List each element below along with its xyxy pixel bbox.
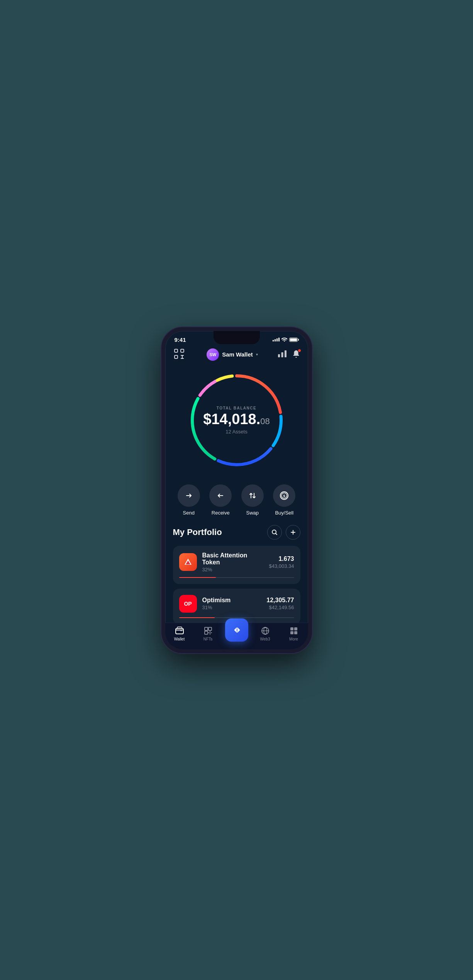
svg-rect-8 bbox=[285, 350, 287, 357]
svg-rect-1 bbox=[181, 349, 184, 352]
nav-center-button[interactable] bbox=[222, 626, 251, 642]
asset-count: 12 Assets bbox=[203, 429, 270, 435]
nav-web3-label: Web3 bbox=[260, 637, 270, 641]
svg-rect-27 bbox=[290, 627, 293, 630]
asset-progress-bat bbox=[179, 577, 294, 578]
portfolio-actions bbox=[267, 525, 300, 540]
svg-rect-7 bbox=[281, 352, 283, 357]
balance-whole: $14,018. bbox=[203, 411, 260, 427]
user-selector[interactable]: SW Sam Wallet ▾ bbox=[207, 348, 258, 361]
asset-name-op: Optimism bbox=[202, 597, 261, 604]
bottom-nav: Wallet NFTs bbox=[165, 623, 308, 649]
buysell-label: Buy/Sell bbox=[275, 510, 293, 516]
signal-bars-icon bbox=[273, 338, 280, 341]
asset-values-bat: 1.673 $43,003.34 bbox=[269, 555, 294, 569]
balance-section: TOTAL BALANCE $14,018.08 12 Assets bbox=[165, 366, 308, 478]
add-button[interactable] bbox=[286, 525, 300, 540]
nav-web3[interactable]: Web3 bbox=[251, 626, 280, 641]
receive-button[interactable]: Receive bbox=[209, 484, 232, 516]
notification-dot bbox=[298, 349, 301, 352]
svg-rect-30 bbox=[294, 631, 297, 634]
receive-label: Receive bbox=[212, 510, 230, 516]
svg-rect-2 bbox=[175, 355, 178, 358]
asset-usd-op: $42,149.56 bbox=[266, 605, 294, 610]
bat-logo bbox=[179, 553, 197, 571]
nav-wallet[interactable]: Wallet bbox=[165, 626, 194, 641]
wifi-icon bbox=[281, 337, 287, 343]
nav-nfts-label: NFTs bbox=[203, 637, 212, 641]
asset-info-bat: Basic Attention Token 32% bbox=[202, 552, 264, 572]
chevron-down-icon: ▾ bbox=[256, 352, 258, 357]
asset-info-op: Optimism 31% bbox=[202, 597, 261, 610]
portfolio-section: My Portfolio bbox=[165, 519, 308, 623]
asset-usd-bat: $43,003.34 bbox=[269, 563, 294, 569]
status-time: 9:41 bbox=[175, 336, 186, 343]
svg-rect-0 bbox=[175, 349, 178, 352]
asset-card-op[interactable]: OP Optimism 31% 12,305.77 $42,149.56 bbox=[173, 589, 300, 623]
asset-progress-op bbox=[179, 617, 294, 618]
main-content: TOTAL BALANCE $14,018.08 12 Assets Send bbox=[165, 366, 308, 623]
battery-icon bbox=[289, 338, 299, 342]
action-buttons: Send Receive Swap bbox=[165, 478, 308, 519]
search-button[interactable] bbox=[267, 525, 282, 540]
asset-percent-bat: 32% bbox=[202, 567, 264, 572]
swap-label: Swap bbox=[246, 510, 259, 516]
scan-button[interactable] bbox=[173, 348, 187, 362]
op-logo: OP bbox=[179, 595, 197, 613]
asset-percent-op: 31% bbox=[202, 605, 261, 610]
asset-amount-op: 12,305.77 bbox=[266, 597, 294, 604]
status-icons bbox=[273, 337, 299, 343]
portfolio-header: My Portfolio bbox=[173, 525, 300, 540]
phone-frame: 9:41 bbox=[161, 327, 312, 653]
asset-values-op: 12,305.77 $42,149.56 bbox=[266, 597, 294, 610]
asset-amount-bat: 1.673 bbox=[269, 555, 294, 562]
svg-rect-21 bbox=[176, 628, 183, 634]
balance-cents: 08 bbox=[260, 416, 270, 426]
nav-more[interactable]: More bbox=[280, 626, 308, 641]
chart-button[interactable] bbox=[278, 350, 287, 359]
avatar: SW bbox=[207, 348, 219, 361]
svg-rect-28 bbox=[294, 627, 297, 630]
svg-text:$: $ bbox=[283, 494, 285, 498]
svg-rect-23 bbox=[209, 627, 212, 630]
svg-rect-29 bbox=[290, 631, 293, 634]
svg-rect-24 bbox=[205, 631, 208, 634]
swap-button[interactable]: Swap bbox=[241, 484, 264, 516]
header: SW Sam Wallet ▾ bbox=[165, 345, 308, 366]
buysell-button[interactable]: $ Buy/Sell bbox=[273, 484, 295, 516]
ring-center: TOTAL BALANCE $14,018.08 12 Assets bbox=[203, 406, 270, 435]
portfolio-title: My Portfolio bbox=[173, 527, 222, 537]
nav-wallet-label: Wallet bbox=[174, 637, 185, 641]
header-right bbox=[278, 350, 300, 360]
notifications-button[interactable] bbox=[292, 350, 300, 360]
svg-rect-22 bbox=[205, 627, 208, 630]
svg-rect-6 bbox=[278, 354, 280, 357]
nav-more-label: More bbox=[289, 637, 298, 641]
send-label: Send bbox=[183, 510, 195, 516]
send-button[interactable]: Send bbox=[178, 484, 200, 516]
balance-ring: TOTAL BALANCE $14,018.08 12 Assets bbox=[186, 370, 287, 470]
asset-name-bat: Basic Attention Token bbox=[202, 552, 264, 566]
asset-card-bat[interactable]: Basic Attention Token 32% 1.673 $43,003.… bbox=[173, 546, 300, 584]
user-name: Sam Wallet bbox=[222, 351, 253, 358]
balance-label: TOTAL BALANCE bbox=[203, 406, 270, 410]
nav-nfts[interactable]: NFTs bbox=[194, 626, 222, 641]
balance-amount: $14,018.08 bbox=[203, 412, 270, 426]
notch bbox=[214, 331, 260, 344]
